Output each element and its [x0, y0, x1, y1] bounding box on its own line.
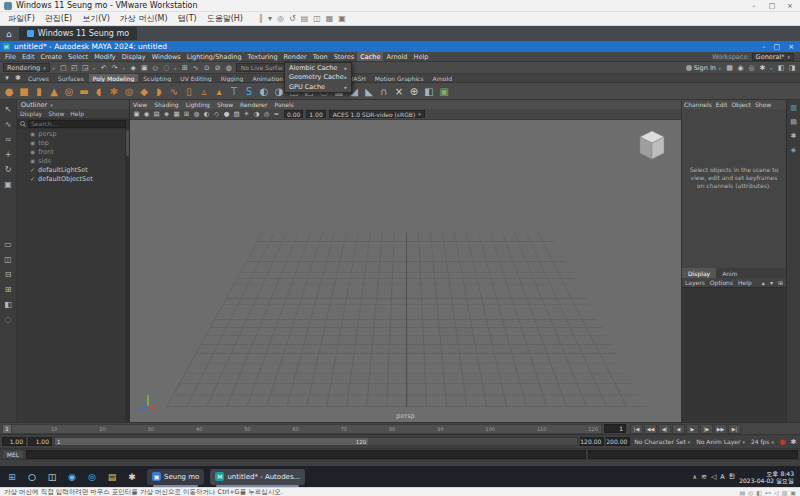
show-library-icon[interactable]: ◫	[313, 14, 321, 23]
anim-layer-dropdown[interactable]: No Anim Layer ▾	[694, 438, 747, 445]
textured-icon[interactable]: ▧	[232, 109, 241, 119]
outliner-item-defaultlightset[interactable]: ✓ defaultLightSet	[17, 165, 125, 174]
viewport-menu-item[interactable]: Show	[217, 101, 233, 108]
animation-end-field[interactable]: 200.00	[606, 437, 630, 446]
toggle-right-panel-icon[interactable]: ◨	[787, 63, 797, 73]
layer-editor-menu-item[interactable]: Layers	[685, 279, 705, 286]
taskbar-app-seungmo[interactable]: ▣ Seung mo	[147, 469, 204, 485]
outliner-item-persp[interactable]: ◉ persp	[17, 129, 125, 138]
four-pane-layout-icon[interactable]: ⊞	[3, 284, 13, 294]
animation-preferences-icon[interactable]: ✱	[789, 437, 798, 447]
exposure-field[interactable]: 0.00	[284, 110, 303, 118]
close-button[interactable]: ×	[784, 2, 796, 10]
attribute-editor-toggle-icon[interactable]: ▤	[789, 117, 799, 127]
maya-minimize-button[interactable]: –	[762, 43, 766, 51]
channel-box-menu-item[interactable]: Edit	[716, 101, 728, 108]
poly-sphere-icon[interactable]: ●	[2, 84, 16, 98]
poly-soccer-ball-icon[interactable]: ◍	[122, 84, 136, 98]
lasso-tool-icon[interactable]: ∿	[3, 119, 13, 129]
auto-key-icon[interactable]: ●	[778, 437, 787, 447]
toggle-left-panel-icon[interactable]: ◧	[776, 63, 786, 73]
render-frame-icon[interactable]: ◉	[735, 63, 745, 73]
snap-curve-icon[interactable]: ∿	[191, 63, 201, 73]
vmware-menu-item[interactable]: 가상 머신(M)	[116, 13, 172, 24]
poly-prism-icon[interactable]: ▵	[197, 84, 211, 98]
step-back-frame-button[interactable]: ◀◀	[644, 424, 657, 434]
group-separator-icon[interactable]: ▸	[769, 65, 774, 71]
maya-menu-item[interactable]: Cache	[357, 52, 383, 61]
make-live-icon[interactable]: ◍	[224, 63, 234, 73]
outliner-item-side[interactable]: ◉ side	[17, 156, 125, 165]
poly-super-ellipse-icon[interactable]: ◗	[152, 84, 166, 98]
group-separator-icon[interactable]: ▸	[718, 65, 723, 71]
outliner-menu-item[interactable]: Show	[48, 110, 64, 117]
single-pane-layout-icon[interactable]: ▭	[3, 239, 13, 249]
poly-cube-icon[interactable]: ■	[17, 84, 31, 98]
mel-toggle-button[interactable]: MEL	[2, 450, 24, 459]
task-view-button[interactable]: ◫	[43, 468, 61, 485]
snapshot-take-icon[interactable]: ◎	[277, 14, 284, 23]
shelf-menu-icon[interactable]: ▾	[2, 74, 12, 83]
start-button[interactable]: ⊞	[3, 468, 21, 485]
command-result-field[interactable]	[588, 450, 798, 459]
file-explorer-button[interactable]: ▤	[103, 468, 121, 485]
step-forward-frame-button[interactable]: ▶▶	[714, 424, 727, 434]
viewport-menu-item[interactable]: Renderer	[240, 101, 267, 108]
outliner-search-input[interactable]	[28, 120, 126, 128]
shelf-tab[interactable]: Sculpting	[139, 74, 175, 82]
maya-menu-item[interactable]: Texturing	[245, 52, 281, 61]
range-slider-handle[interactable]: 1 120	[55, 438, 368, 445]
bridge-icon[interactable]: ∩	[377, 84, 391, 98]
render-view-icon[interactable]: ▦	[724, 63, 734, 73]
poly-pipe-icon[interactable]: ▯	[182, 84, 196, 98]
group-separator-icon[interactable]: ▸	[52, 65, 57, 71]
channel-box-menu-item[interactable]: Show	[755, 101, 771, 108]
vmware-menu-item[interactable]: 보기(V)	[78, 13, 114, 24]
maya-menu-item[interactable]: Stores	[331, 52, 358, 61]
ipr-render-icon[interactable]: ◎	[746, 63, 756, 73]
layer-editor-tab[interactable]: Display	[682, 268, 716, 278]
type-tool-icon[interactable]: T	[227, 84, 241, 98]
image-plane-icon[interactable]: ▦	[172, 109, 181, 119]
maya-menu-item[interactable]: File	[2, 52, 19, 61]
step-back-key-button[interactable]: ◀|	[658, 424, 671, 434]
tool-settings-toggle-icon[interactable]: ✱	[789, 131, 799, 141]
lock-camera-icon[interactable]: ◉	[142, 109, 151, 119]
cache-menu-item[interactable]: Geometry Cache ▸	[285, 73, 351, 83]
fullscreen-icon[interactable]: ▣	[338, 14, 346, 23]
poly-plane-icon[interactable]: ▬	[77, 84, 91, 98]
settings-button[interactable]: ✱	[123, 468, 141, 485]
view-transform-dropdown[interactable]: ACES 1.0 SDR-video (sRGB) ▾	[329, 110, 425, 118]
animation-start-field[interactable]: 1.00	[28, 437, 52, 446]
maya-menu-item[interactable]: Edit	[19, 52, 38, 61]
snapshot-revert-icon[interactable]: ↺	[289, 14, 296, 23]
tray-volume-icon[interactable]: ◁	[711, 473, 716, 481]
undo-icon[interactable]: ↶	[99, 63, 109, 73]
go-to-end-button[interactable]: ▶|	[728, 424, 741, 434]
range-slider-track[interactable]: 1 120	[54, 437, 578, 446]
redo-icon[interactable]: ↷	[110, 63, 120, 73]
viewport-menu-item[interactable]: Shading	[154, 101, 178, 108]
motion-blur-icon[interactable]: ≈	[272, 109, 281, 119]
channel-box-menu-item[interactable]: Object	[731, 101, 751, 108]
vm-hdd-icon[interactable]: ▤	[739, 489, 745, 496]
poly-cone-icon[interactable]: ▲	[47, 84, 61, 98]
outliner-item-defaultobjectset[interactable]: ✓ defaultObjectSet	[17, 174, 125, 183]
edge-browser-button[interactable]: ◎	[83, 468, 101, 485]
vm-usb-icon[interactable]: ⊷	[765, 489, 771, 496]
vm-display-icon[interactable]: ▣	[790, 489, 796, 496]
poly-pyramid-icon[interactable]: ▴	[212, 84, 226, 98]
bookmarks-icon[interactable]: ◈	[162, 109, 171, 119]
shelf-tab[interactable]: Arnold	[429, 74, 456, 82]
paint-select-tool-icon[interactable]: ≈	[3, 134, 13, 144]
svg-tool-icon[interactable]: S	[242, 84, 256, 98]
shelf-tab[interactable]: Poly Modeling	[89, 74, 139, 82]
go-to-start-button[interactable]: |◀	[630, 424, 643, 434]
layer-editor-tab[interactable]: Anim	[716, 268, 743, 278]
mirror-icon[interactable]: ◧	[422, 84, 436, 98]
scale-tool-icon[interactable]: ▣	[3, 179, 13, 189]
select-object-icon[interactable]: ▣	[139, 63, 149, 73]
group-separator-icon[interactable]: ▸	[92, 65, 97, 71]
time-slider[interactable]: 1102030405060708090100110120 1	[2, 424, 602, 434]
shelf-tab[interactable]: Animation	[248, 74, 287, 82]
